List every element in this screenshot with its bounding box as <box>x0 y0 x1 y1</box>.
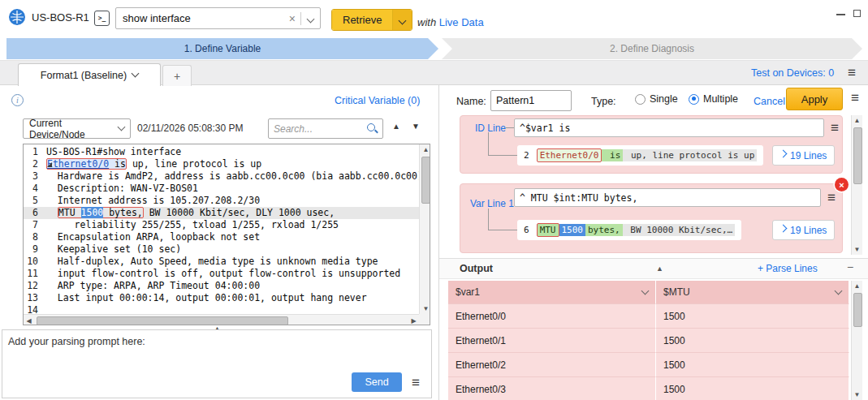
radio-single[interactable]: Single <box>635 93 678 105</box>
vscroll-thumb[interactable] <box>853 127 862 184</box>
line-number: 7 <box>24 219 46 231</box>
line-number: 3 <box>24 170 46 183</box>
retrieve-dropdown-button[interactable] <box>393 10 412 30</box>
delete-var-line-button[interactable]: × <box>835 178 849 191</box>
filter-dropdown-icon[interactable] <box>835 286 843 295</box>
tabs-menu-icon[interactable]: ≡ <box>848 66 856 80</box>
device-node-dropdown[interactable]: Current Device/Node <box>23 118 131 139</box>
line-number: 1 <box>24 146 46 158</box>
tab-dropdown-icon[interactable] <box>132 70 140 78</box>
line-number: 8 <box>24 231 46 243</box>
step-1-define-variable[interactable]: 1. Define Variable <box>6 38 438 59</box>
command-dropdown-icon[interactable] <box>301 13 320 24</box>
search-box <box>268 118 383 139</box>
radio-multiple[interactable]: Multiple <box>689 93 738 105</box>
maximize-button[interactable] <box>853 6 861 17</box>
code-line[interactable]: 9 Keepalive set (10 sec) <box>24 243 419 256</box>
fold-icon[interactable] <box>47 162 52 167</box>
id-match-variable[interactable]: Ethernet0/0 <box>537 148 602 162</box>
tab-format1[interactable]: Format1 (Baseline) <box>18 63 161 86</box>
code-line[interactable]: 12 ARP type: ARPA, ARP Timeout 04:00:00 <box>24 280 419 292</box>
filter-dropdown-icon[interactable] <box>641 286 650 295</box>
line-text: BW 10000 Kbit/sec, DLY 1000 usec, <box>144 207 335 219</box>
scroll-down-icon[interactable]: ▼ <box>421 303 430 314</box>
var-match-value[interactable]: 1500 <box>559 224 586 236</box>
code-line[interactable]: 13 Last input 00:00:14, output 00:00:01,… <box>24 292 419 304</box>
prompt-menu-icon[interactable]: ≡ <box>412 376 420 389</box>
step-2-define-diagnosis[interactable]: 2. Define Diagnosis <box>442 38 862 59</box>
output-vscrollbar[interactable]: ▲ ▼ <box>851 281 862 400</box>
vscroll-thumb[interactable] <box>421 157 430 204</box>
line-number: 9 <box>24 243 46 256</box>
pattern-name-input[interactable] <box>490 90 572 111</box>
var-match-highlight[interactable]: MTU 1500 bytes, <box>58 207 144 218</box>
output-minimize-icon[interactable]: − <box>847 260 853 273</box>
live-data-link[interactable]: Live Data <box>439 16 484 28</box>
code-line[interactable]: 8 Encapsulation ARPA, loopback not set <box>24 231 419 243</box>
scroll-up-icon[interactable]: ▲ <box>852 281 862 291</box>
id-line-pattern-input[interactable]: ^$var1 is <box>514 118 824 137</box>
search-prev-button[interactable]: ▲ <box>392 122 400 131</box>
parse-lines-link[interactable]: + Parse Lines <box>758 263 818 274</box>
search-icon[interactable] <box>367 123 378 134</box>
pattern-menu-icon[interactable]: ≡ <box>851 91 859 105</box>
scroll-right-icon[interactable]: ▶ <box>408 316 419 325</box>
critical-variable-link[interactable]: Critical Variable (0) <box>335 95 420 106</box>
code-vscrollbar[interactable]: ▲ ▼ <box>419 144 430 314</box>
prompt-placeholder[interactable]: Add your parsing prompt here: <box>8 336 145 347</box>
command-input[interactable] <box>116 12 284 24</box>
id-match-rest: up, line protocol is up <box>623 149 757 161</box>
column-header-mtu[interactable]: $MTU <box>656 281 849 303</box>
code-line[interactable]: 4 Description: WAN-VZ-BOS01 <box>24 183 419 195</box>
scroll-down-icon[interactable]: ▼ <box>852 389 862 400</box>
bytes-text: bytes, <box>103 207 142 218</box>
column-header-var1[interactable]: $var1 <box>448 281 656 303</box>
code-line[interactable]: 7 reliability 255/255, txload 1/255, rxl… <box>24 219 419 231</box>
send-button[interactable]: Send <box>352 372 402 392</box>
code-line-selected[interactable]: 6 MTU 1500 bytes, BW 10000 Kbit/sec, DLY… <box>24 207 419 219</box>
table-row[interactable]: Ethernet0/2 1500 <box>448 352 849 376</box>
line-number: 10 <box>24 256 46 268</box>
var-match-literal[interactable]: MTU <box>537 223 559 237</box>
table-row[interactable]: Ethernet0/1 1500 <box>448 328 849 352</box>
test-on-devices-link[interactable]: Test on Devices: 0 <box>751 67 834 79</box>
minimize-button[interactable] <box>836 6 845 15</box>
device-node-dropdown-label: Current Device/Node <box>29 118 119 140</box>
code-line[interactable]: 5 Internet address is 105.207.208.2/30 <box>24 195 419 207</box>
code-line[interactable]: 1US-BOS-R1#show interface <box>24 146 419 158</box>
id-variable-highlight[interactable]: Ethernet0/0 is <box>46 158 127 170</box>
var-line-menu-icon[interactable]: ≡ <box>827 191 836 204</box>
table-row[interactable]: Ethernet0/3 1500 <box>448 376 849 400</box>
code-line[interactable]: 2 Ethernet0/0 is up, line protocol is up <box>24 158 419 170</box>
code-line[interactable]: 11 input flow-control is off, output flo… <box>24 268 419 280</box>
var-line-pattern-input[interactable]: ^ MTU $int:MTU bytes, <box>514 188 821 207</box>
var-line-lines-link[interactable]: 19 Lines <box>772 220 835 240</box>
code-lines: 1US-BOS-R1#show interface 2 Ethernet0/0 … <box>24 146 419 316</box>
cli-terminal-icon[interactable]: >_ <box>94 11 110 26</box>
id-line-menu-icon[interactable]: ≡ <box>831 121 839 135</box>
code-line[interactable]: 10 Half-duplex, Auto Speed, media type i… <box>24 256 419 268</box>
scroll-left-icon[interactable]: ◀ <box>24 316 34 325</box>
scroll-up-icon[interactable]: ▲ <box>852 115 862 126</box>
line-number: 11 <box>24 268 46 280</box>
line-text: input flow-control is off, output flow-c… <box>46 268 400 280</box>
info-icon[interactable]: i <box>11 94 24 106</box>
search-input[interactable] <box>274 123 367 135</box>
output-collapse-icon[interactable]: ▲ <box>656 265 663 273</box>
id-line-lines-link[interactable]: 19 Lines <box>772 145 835 166</box>
vscroll-thumb[interactable] <box>853 293 862 327</box>
line-text: Keepalive set (10 sec) <box>46 243 181 256</box>
apply-button[interactable]: Apply <box>786 88 843 110</box>
search-next-button[interactable]: ▼ <box>412 122 420 131</box>
tab-add-button[interactable]: + <box>162 65 192 86</box>
clear-icon[interactable]: × <box>284 12 300 25</box>
code-line[interactable]: 3 Hardware is AmdP2, address is aabb.cc0… <box>24 170 419 183</box>
retrieve-button[interactable]: Retrieve <box>332 10 393 30</box>
cancel-link[interactable]: Cancel <box>754 96 785 107</box>
pattern-vscrollbar[interactable]: ▲ ▼ <box>851 115 862 255</box>
table-row[interactable]: Ethernet0/0 1500 <box>448 303 849 328</box>
scroll-up-icon[interactable]: ▲ <box>421 144 430 155</box>
hscroll-thumb[interactable] <box>37 316 288 325</box>
scroll-down-icon[interactable]: ▼ <box>852 244 862 255</box>
code-hscrollbar[interactable]: ◀ ▶ <box>24 314 419 325</box>
